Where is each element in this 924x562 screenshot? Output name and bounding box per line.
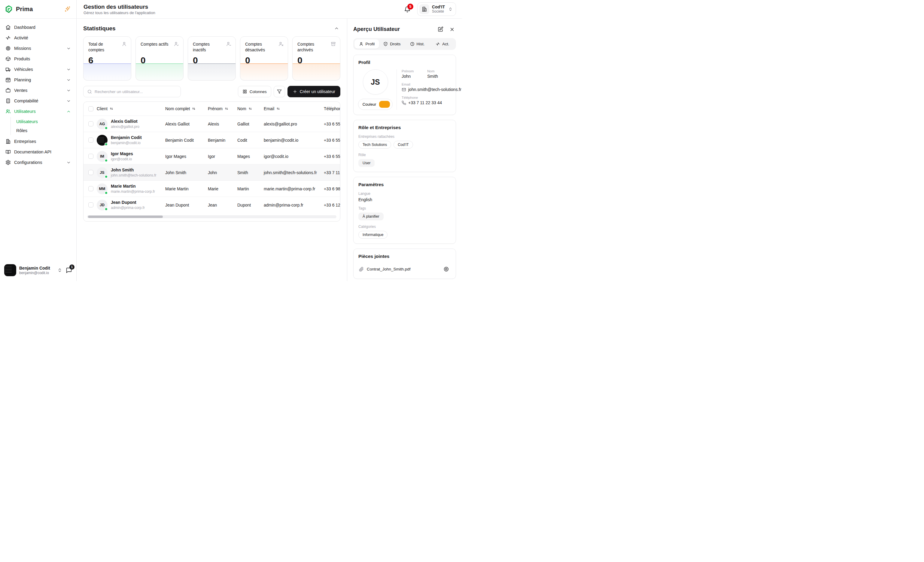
- settings-card: Paramètres Langue English Tags À planifi…: [353, 177, 456, 244]
- columns-button[interactable]: Colonnes: [238, 86, 271, 97]
- paperclip-icon: [359, 267, 364, 272]
- tab-historique[interactable]: Hist.: [405, 39, 429, 49]
- sidebar-item-dashboard[interactable]: Dashboard: [3, 22, 73, 33]
- table-row[interactable]: MM Marie Martin marie.martin@prima-corp.…: [84, 181, 340, 197]
- sort-icon[interactable]: [248, 106, 252, 111]
- chevron-up-icon: [66, 109, 71, 114]
- company-chip[interactable]: Cod'IT: [393, 141, 413, 149]
- sidebar-user-card[interactable]: Benjamin Codit benjamin@codit.io 1: [0, 261, 76, 281]
- sidebar-item-produits[interactable]: Produits: [3, 54, 73, 64]
- sidebar-item-configurations[interactable]: Configurations: [3, 157, 73, 167]
- stats-collapse-button[interactable]: [333, 25, 340, 32]
- table-row[interactable]: Benjamin Codit benjamin@codit.io Benjami…: [84, 132, 340, 148]
- sidebar-item-documentation-api[interactable]: Documentation API: [3, 147, 73, 157]
- app-name: Prima: [16, 6, 61, 13]
- role-companies-card: Rôle et Entreprises Entreprises rattaché…: [353, 120, 456, 172]
- sort-icon[interactable]: [224, 106, 229, 111]
- select-all-checkbox[interactable]: [88, 106, 93, 111]
- gear-icon: [5, 160, 11, 165]
- panel-tabs: Profil Droits Hist. Act.: [353, 38, 456, 50]
- attachment-item[interactable]: Contrat_John_Smith.pdf: [358, 263, 451, 274]
- table-row[interactable]: IM Igor Mages igor@codit.io Igor Mages I…: [84, 148, 340, 164]
- sparkles-icon[interactable]: [64, 6, 71, 13]
- avatar: IM: [97, 151, 108, 162]
- table-row[interactable]: JD Jean Dupont admin@prima-corp.fr Jean …: [84, 197, 340, 213]
- row-checkbox[interactable]: [88, 138, 93, 143]
- sidebar-item-missions[interactable]: Missions: [3, 43, 73, 54]
- search-input[interactable]: [94, 90, 177, 94]
- sidebar-subitem-roles[interactable]: Rôles: [11, 126, 73, 135]
- tab-activite[interactable]: Act.: [430, 39, 455, 49]
- profile-heading: Profil: [358, 60, 451, 65]
- first-name-value: John: [402, 74, 427, 79]
- sort-icon[interactable]: [276, 106, 280, 111]
- sidebar-subitem-utilisateurs[interactable]: Utilisateurs: [11, 117, 73, 126]
- sidebar-item-comptabilite[interactable]: Comptabilité: [3, 96, 73, 106]
- user-icon: [359, 42, 363, 46]
- chevrons-up-down-icon[interactable]: [57, 268, 62, 273]
- color-swatch[interactable]: [379, 101, 390, 108]
- page-subtitle: Gérez tous les utilisateurs de l'applica…: [84, 10, 404, 15]
- sort-icon[interactable]: [110, 106, 114, 111]
- stat-value: 0: [193, 55, 198, 66]
- stat-card-actifs: Comptes actifs 0: [135, 36, 183, 81]
- stat-card-total: Total de comptes 6: [83, 36, 131, 81]
- chat-button[interactable]: 1: [66, 267, 72, 274]
- filter-button[interactable]: [274, 86, 285, 97]
- users-icon: [5, 109, 11, 114]
- table-row[interactable]: AG Alexis Galliot alexis@galliot.pro Ale…: [84, 115, 340, 132]
- table-toolbar: Colonnes Créer un utilisateur: [83, 86, 340, 97]
- tab-profil[interactable]: Profil: [354, 39, 379, 49]
- sidebar-user-name: Benjamin Codit: [19, 266, 50, 271]
- company-selector[interactable]: Cod'IT Société: [417, 2, 456, 16]
- sidebar-item-ventes[interactable]: Ventes: [3, 85, 73, 96]
- row-checkbox[interactable]: [88, 121, 93, 126]
- shield-check-icon: [383, 42, 388, 46]
- notification-badge: 5: [407, 4, 413, 10]
- company-type: Société: [432, 9, 445, 13]
- avatar: JS: [363, 69, 388, 94]
- edit-button[interactable]: [436, 25, 445, 33]
- row-checkbox[interactable]: [88, 154, 93, 159]
- stat-value: 0: [141, 55, 146, 66]
- funnel-icon: [277, 89, 282, 94]
- package-icon: [5, 56, 11, 61]
- sidebar-nav: Dashboard Activité Missions Produits Véh…: [0, 19, 76, 261]
- status-dot: [105, 143, 108, 146]
- sidebar-item-activite[interactable]: Activité: [3, 33, 73, 43]
- scrollbar-thumb[interactable]: [88, 215, 163, 218]
- stats-section-title: Statistiques: [83, 25, 116, 32]
- chat-badge: 1: [69, 265, 75, 270]
- attachments-card: Pièces jointes Contrat_John_Smith.pdf: [353, 248, 456, 279]
- avatar: JD: [97, 200, 108, 211]
- sidebar-item-vehicules[interactable]: Véhicules: [3, 64, 73, 75]
- stat-value: 0: [297, 55, 303, 66]
- row-checkbox[interactable]: [88, 186, 93, 191]
- color-picker-button[interactable]: Couleur: [358, 99, 393, 110]
- close-button[interactable]: [448, 25, 456, 33]
- sidebar-item-planning[interactable]: Planning: [3, 75, 73, 85]
- row-checkbox[interactable]: [88, 202, 93, 208]
- company-chip[interactable]: Tech Solutions: [358, 141, 391, 149]
- last-name-value: Smith: [427, 74, 438, 79]
- sort-icon[interactable]: [192, 106, 196, 111]
- plus-icon: [292, 89, 297, 94]
- activity-icon: [436, 42, 440, 46]
- notifications-button[interactable]: 5: [404, 6, 411, 13]
- stat-card-inactifs: Comptes inactifs 0: [188, 36, 236, 81]
- chevron-down-icon: [66, 78, 71, 82]
- role-chip: User: [358, 159, 375, 167]
- sidebar-user-email: benjamin@codit.io: [19, 271, 54, 275]
- user-minus-icon: [226, 42, 231, 46]
- status-dot: [105, 126, 108, 130]
- sidebar-item-utilisateurs[interactable]: Utilisateurs: [3, 106, 73, 117]
- profile-card: Profil JS Couleur Prénom John: [353, 55, 456, 115]
- table-row-selected[interactable]: JS John Smith john.smith@tech-solutions.…: [84, 164, 340, 181]
- search-box[interactable]: [83, 86, 181, 97]
- create-user-button[interactable]: Créer un utilisateur: [288, 86, 340, 97]
- tab-droits[interactable]: Droits: [380, 39, 404, 49]
- sidebar-item-entreprises[interactable]: Entreprises: [3, 136, 73, 146]
- row-checkbox[interactable]: [88, 170, 93, 175]
- avatar: MM: [97, 184, 108, 194]
- view-attachment-button[interactable]: [442, 265, 450, 273]
